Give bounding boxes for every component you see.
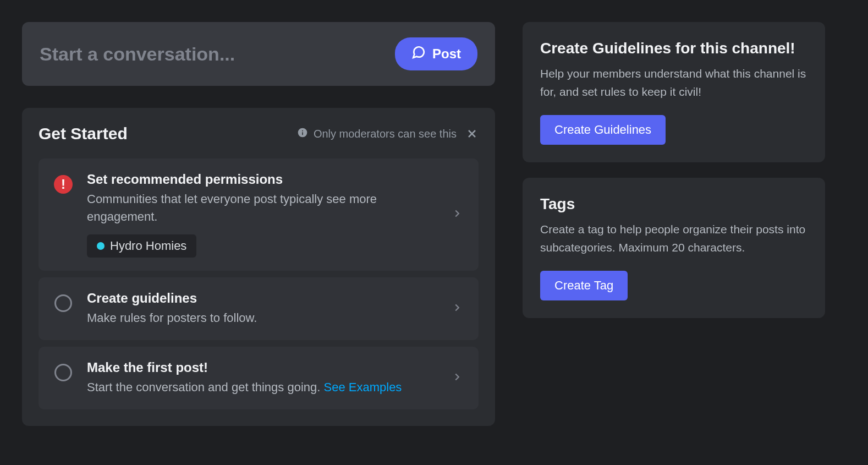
step-desc: Make rules for posters to follow. bbox=[87, 309, 437, 327]
tags-title: Tags bbox=[540, 195, 807, 213]
composer[interactable]: Start a conversation... Post bbox=[22, 22, 495, 86]
composer-placeholder: Start a conversation... bbox=[40, 43, 235, 65]
alert-icon: ! bbox=[54, 175, 73, 194]
step-first-post[interactable]: Make the first post! Start the conversat… bbox=[39, 347, 479, 409]
create-tag-button[interactable]: Create Tag bbox=[540, 271, 628, 300]
role-name: Hydro Homies bbox=[110, 239, 186, 253]
step-set-permissions[interactable]: ! Set recommended permissions Communitie… bbox=[39, 158, 479, 271]
tags-desc: Create a tag to help people organize the… bbox=[540, 221, 807, 256]
get-started-header: Get Started Only moderators can see this bbox=[39, 124, 479, 143]
see-examples-link[interactable]: See Examples bbox=[324, 380, 402, 394]
guidelines-card: Create Guidelines for this channel! Help… bbox=[523, 22, 825, 162]
get-started-card: Get Started Only moderators can see this bbox=[22, 108, 495, 426]
post-button[interactable]: Post bbox=[395, 37, 477, 70]
step-title: Create guidelines bbox=[87, 291, 437, 306]
step-content: Make the first post! Start the conversat… bbox=[87, 360, 437, 396]
step-list: ! Set recommended permissions Communitie… bbox=[39, 158, 479, 409]
main-column: Start a conversation... Post Get Started bbox=[22, 22, 495, 443]
create-guidelines-button[interactable]: Create Guidelines bbox=[540, 115, 666, 145]
step-desc: Start the conversation and get things go… bbox=[87, 379, 437, 396]
chevron-right-icon bbox=[451, 302, 463, 316]
get-started-title: Get Started bbox=[39, 124, 128, 143]
guidelines-title: Create Guidelines for this channel! bbox=[540, 40, 807, 57]
close-icon[interactable] bbox=[465, 127, 479, 140]
post-button-label: Post bbox=[432, 46, 461, 62]
speech-bubble-icon bbox=[411, 45, 426, 63]
step-desc: Communities that let everyone post typic… bbox=[87, 190, 437, 226]
role-dot-icon bbox=[97, 242, 105, 250]
tags-card: Tags Create a tag to help people organiz… bbox=[523, 178, 825, 318]
moderator-notice-text: Only moderators can see this bbox=[314, 128, 457, 140]
moderator-notice: Only moderators can see this bbox=[297, 127, 479, 141]
unchecked-circle-icon bbox=[54, 294, 73, 313]
step-title: Set recommended permissions bbox=[87, 172, 437, 187]
unchecked-circle-icon bbox=[54, 363, 73, 382]
step-create-guidelines[interactable]: Create guidelines Make rules for posters… bbox=[39, 277, 479, 340]
guidelines-desc: Help your members understand what this c… bbox=[540, 65, 807, 101]
chevron-right-icon bbox=[451, 207, 463, 222]
step-content: Create guidelines Make rules for posters… bbox=[87, 291, 437, 327]
step-content: Set recommended permissions Communities … bbox=[87, 172, 437, 258]
info-icon bbox=[297, 127, 308, 141]
step-title: Make the first post! bbox=[87, 360, 437, 375]
side-column: Create Guidelines for this channel! Help… bbox=[523, 22, 825, 443]
chevron-right-icon bbox=[451, 371, 463, 385]
role-chip[interactable]: Hydro Homies bbox=[87, 234, 196, 258]
